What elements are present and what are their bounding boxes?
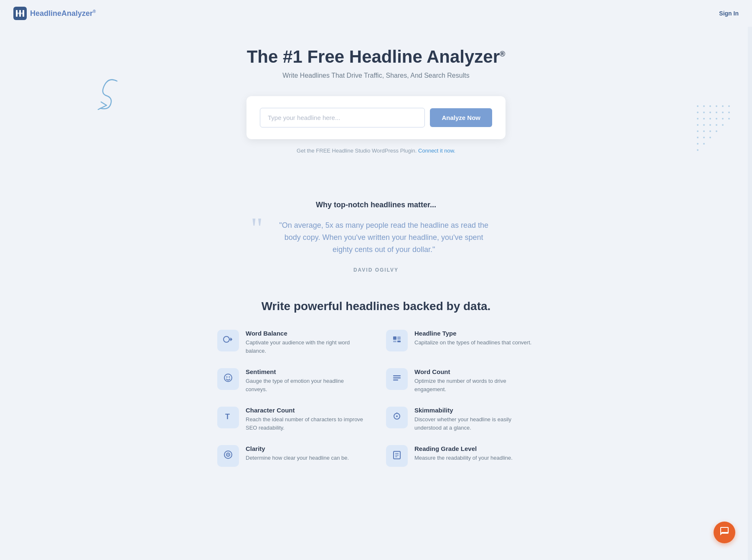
feature-item-character-count: T Character Count Reach the ideal number… xyxy=(217,407,366,432)
svg-rect-50 xyxy=(393,379,398,381)
svg-text:T: T xyxy=(225,412,230,421)
hero-title: The #1 Free Headline Analyzer® xyxy=(8,47,744,67)
chat-button[interactable] xyxy=(714,522,735,543)
headline-type-content: Headline Type Capitalize on the types of… xyxy=(414,330,531,347)
reading-grade-level-icon-wrap xyxy=(386,445,408,467)
skimmability-name: Skimmability xyxy=(414,407,535,414)
svg-point-57 xyxy=(228,454,229,456)
feature-item-sentiment: Sentiment Gauge the type of emotion your… xyxy=(217,368,366,393)
headline-input[interactable] xyxy=(260,108,425,127)
chat-icon xyxy=(719,526,729,539)
word-count-icon xyxy=(391,372,402,386)
reading-grade-level-icon xyxy=(391,449,402,463)
feature-item-skimmability: Skimmability Discover whether your headl… xyxy=(386,407,535,432)
quote-text: "On average, 5x as many people read the … xyxy=(275,219,493,255)
feature-item-word-balance: Word Balance Captivate your audience wit… xyxy=(217,330,366,355)
plugin-text: Get the FREE Headline Studio WordPress P… xyxy=(8,148,744,154)
scrollbar[interactable] xyxy=(748,0,752,560)
svg-rect-49 xyxy=(393,377,401,379)
word-balance-content: Word Balance Captivate your audience wit… xyxy=(246,330,366,355)
skimmability-desc: Discover whether your headline is easily… xyxy=(414,415,535,432)
features-title: Write powerful headlines backed by data. xyxy=(8,300,744,313)
features-section: Write powerful headlines backed by data.… xyxy=(0,293,752,487)
sign-in-button[interactable]: Sign In xyxy=(719,10,739,17)
plugin-link[interactable]: Connect it now. xyxy=(418,148,455,154)
analyze-button[interactable]: Analyze Now xyxy=(430,108,492,127)
headline-type-name: Headline Type xyxy=(414,330,531,337)
search-container: Analyze Now xyxy=(8,96,744,139)
feature-item-word-count: Word Count Optimize the number of words … xyxy=(386,368,535,393)
svg-rect-4 xyxy=(16,13,24,14)
character-count-content: Character Count Reach the ideal number o… xyxy=(246,407,366,432)
feature-item-headline-type: Headline Type Capitalize on the types of… xyxy=(386,330,535,355)
reading-grade-level-name: Reading Grade Level xyxy=(414,445,513,452)
skimmability-icon-wrap xyxy=(386,407,408,428)
why-section: Why top-notch headlines matter... " "On … xyxy=(0,187,752,293)
word-count-name: Word Count xyxy=(414,368,535,375)
clarity-icon xyxy=(223,449,234,463)
svg-rect-43 xyxy=(393,341,396,342)
character-count-icon: T xyxy=(223,411,234,424)
why-title: Why top-notch headlines matter... xyxy=(8,201,744,209)
svg-point-46 xyxy=(226,377,228,378)
sentiment-desc: Gauge the type of emotion your headline … xyxy=(246,377,366,393)
logo-icon xyxy=(13,7,27,20)
reading-grade-level-desc: Measure the readability of your headline… xyxy=(414,454,513,462)
word-count-desc: Optimize the number of words to drive en… xyxy=(414,377,535,393)
headline-type-desc: Capitalize on the types of headlines tha… xyxy=(414,339,531,347)
feature-item-clarity: Clarity Determine how clear your headlin… xyxy=(217,445,366,467)
clarity-desc: Determine how clear your headline can be… xyxy=(246,454,349,462)
svg-rect-48 xyxy=(393,375,401,377)
quote-author: DAVID OGILVY xyxy=(8,267,744,273)
clarity-content: Clarity Determine how clear your headlin… xyxy=(246,445,349,462)
word-count-icon-wrap xyxy=(386,368,408,390)
feature-item-reading-grade-level: Reading Grade Level Measure the readabil… xyxy=(386,445,535,467)
sentiment-icon-wrap xyxy=(217,368,239,390)
sentiment-content: Sentiment Gauge the type of emotion your… xyxy=(246,368,366,393)
word-balance-icon xyxy=(223,334,234,347)
logo-text: HeadlineAnalyzer® xyxy=(30,9,96,18)
features-grid: Word Balance Captivate your audience wit… xyxy=(217,330,535,467)
logo[interactable]: HeadlineAnalyzer® xyxy=(13,7,96,20)
sentiment-name: Sentiment xyxy=(246,368,366,375)
word-count-content: Word Count Optimize the number of words … xyxy=(414,368,535,393)
headline-type-icon-wrap xyxy=(386,330,408,351)
skimmability-icon xyxy=(391,411,402,424)
svg-point-37 xyxy=(697,143,699,145)
skimmability-content: Skimmability Discover whether your headl… xyxy=(414,407,535,432)
reading-grade-level-content: Reading Grade Level Measure the readabil… xyxy=(414,445,513,462)
svg-point-47 xyxy=(229,377,230,378)
svg-point-38 xyxy=(703,143,705,145)
hero-title-reg: ® xyxy=(500,50,505,58)
word-balance-name: Word Balance xyxy=(246,330,366,337)
header: HeadlineAnalyzer® Sign In xyxy=(0,0,752,27)
search-box: Analyze Now xyxy=(246,96,506,139)
svg-rect-41 xyxy=(393,336,396,340)
hero-subtitle: Write Headlines That Drive Traffic, Shar… xyxy=(8,72,744,79)
svg-point-53 xyxy=(396,415,398,417)
character-count-name: Character Count xyxy=(246,407,366,414)
character-count-desc: Reach the ideal number of characters to … xyxy=(246,415,366,432)
clarity-name: Clarity xyxy=(246,445,349,452)
hero-section: The #1 Free Headline Analyzer® Write Hea… xyxy=(0,27,752,187)
character-count-icon-wrap: T xyxy=(217,407,239,428)
quote-marks-icon: " xyxy=(251,219,263,237)
svg-rect-44 xyxy=(397,341,401,342)
svg-point-40 xyxy=(224,336,229,342)
svg-rect-42 xyxy=(397,336,401,340)
word-balance-icon-wrap xyxy=(217,330,239,351)
headline-type-icon xyxy=(391,334,402,347)
clarity-icon-wrap xyxy=(217,445,239,467)
word-balance-desc: Captivate your audience with the right w… xyxy=(246,339,366,355)
sentiment-icon xyxy=(223,372,234,386)
